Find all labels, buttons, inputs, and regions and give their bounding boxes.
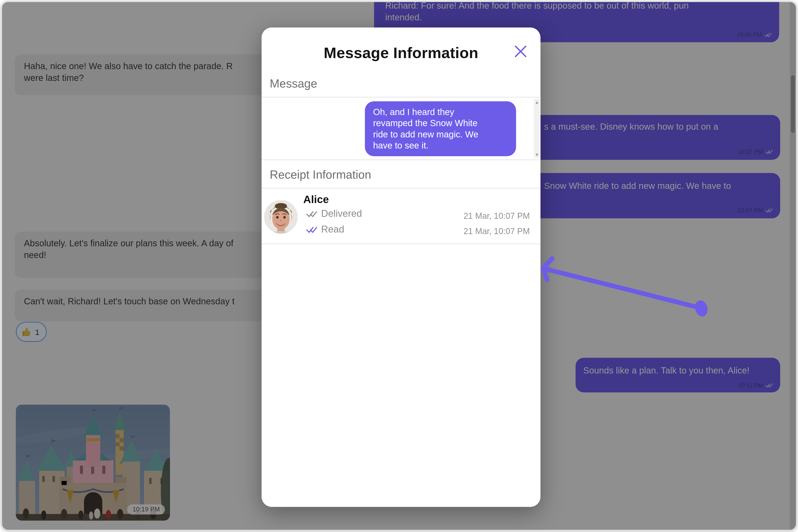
- divider: [262, 188, 540, 189]
- message-text: ride to add new magic. We: [373, 129, 508, 140]
- preview-scrollbar[interactable]: ▲ ▼: [534, 99, 540, 158]
- close-button[interactable]: [514, 44, 528, 58]
- scroll-up-icon[interactable]: ▲: [534, 100, 540, 105]
- recipient-name: Alice: [303, 193, 329, 206]
- section-label-receipt: Receipt Information: [270, 168, 371, 182]
- message-text: have to see it.: [373, 140, 508, 151]
- previewed-message-bubble: Oh, and I heard they revamped the Snow W…: [365, 101, 516, 156]
- chat-app-window: Richard: For sure! And the food there is…: [1, 1, 797, 531]
- screenshot-stage: Richard: For sure! And the food there is…: [0, 0, 798, 532]
- read-check-icon: [306, 226, 318, 233]
- delivered-status-row: Delivered: [306, 208, 362, 220]
- dialog-title: Message Information: [262, 44, 540, 62]
- delivered-check-icon: [306, 210, 318, 217]
- read-status-row: Read: [306, 224, 344, 235]
- delivered-timestamp: 21 Mar, 10:07 PM: [463, 211, 530, 221]
- status-label: Read: [321, 224, 344, 235]
- avatar-illustration: [264, 200, 298, 234]
- message-information-dialog: Message Information Message Oh, and I he…: [262, 27, 540, 507]
- message-text: Oh, and I heard they: [373, 107, 508, 118]
- read-timestamp: 21 Mar, 10:07 PM: [463, 227, 530, 236]
- avatar: [264, 200, 298, 234]
- message-preview-pane: Oh, and I heard they revamped the Snow W…: [262, 97, 540, 160]
- section-label-message: Message: [270, 77, 317, 91]
- divider: [262, 243, 540, 244]
- message-text: revamped the Snow White: [373, 117, 508, 129]
- status-label: Delivered: [321, 208, 362, 220]
- close-icon: [514, 44, 528, 58]
- scroll-down-icon[interactable]: ▼: [534, 152, 540, 157]
